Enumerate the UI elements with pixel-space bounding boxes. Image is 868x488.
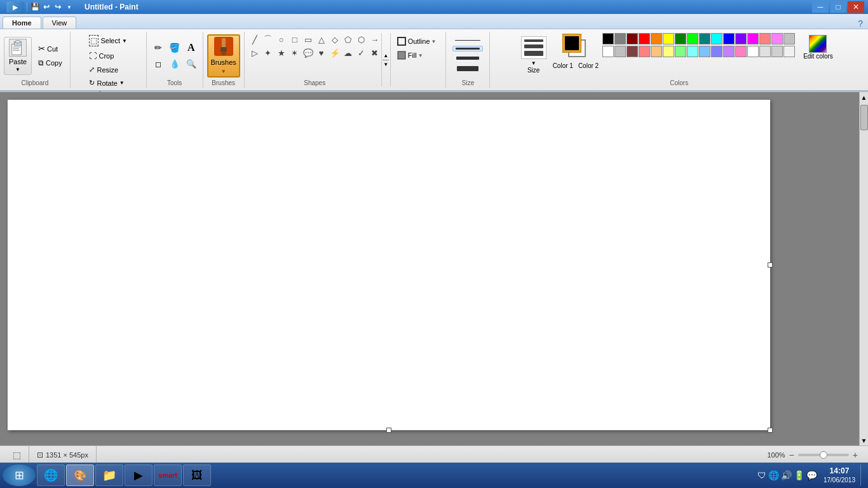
- palette-swatch[interactable]: [771, 33, 783, 44]
- check-shape[interactable]: ✓: [355, 46, 368, 59]
- palette-swatch[interactable]: [651, 46, 662, 57]
- heart-shape[interactable]: ♥: [315, 46, 328, 59]
- size-option-2[interactable]: [452, 46, 483, 51]
- clock[interactable]: 14:07 17/06/2013: [824, 466, 855, 485]
- rotate-button[interactable]: ↻ Rotate ▼: [85, 77, 131, 89]
- outline-button[interactable]: Outline ▼: [393, 34, 440, 48]
- palette-swatch[interactable]: [675, 46, 686, 57]
- paint-canvas[interactable]: [8, 100, 770, 430]
- palette-swatch[interactable]: [687, 33, 698, 44]
- tab-home[interactable]: Home: [3, 17, 41, 29]
- taskbar-files[interactable]: 📁: [95, 464, 123, 486]
- palette-swatch[interactable]: [723, 46, 735, 57]
- redo-quick-button[interactable]: ↪: [53, 2, 63, 12]
- edit-colors-button[interactable]: Edit colors: [799, 33, 837, 62]
- palette-swatch[interactable]: [711, 33, 722, 44]
- scroll-down-arrow[interactable]: ▼: [860, 435, 869, 445]
- start-button[interactable]: ⊞: [3, 464, 36, 486]
- callout-shape[interactable]: 💬: [302, 46, 315, 59]
- zoom-in-button[interactable]: +: [853, 450, 858, 460]
- color-picker-tool[interactable]: 💧: [167, 57, 182, 72]
- scroll-up-arrow[interactable]: ▲: [860, 92, 869, 102]
- minimize-button[interactable]: ─: [812, 1, 829, 13]
- show-desktop-button[interactable]: [860, 464, 865, 486]
- palette-swatch[interactable]: [651, 33, 662, 44]
- roundrect-shape[interactable]: ▭: [302, 33, 315, 46]
- palette-swatch[interactable]: [759, 46, 771, 57]
- palette-swatch[interactable]: [723, 33, 735, 44]
- cut-button[interactable]: ✂ Cut: [34, 42, 66, 55]
- paint-menu-button[interactable]: ▶: [6, 1, 24, 13]
- palette-swatch[interactable]: [711, 46, 722, 57]
- pentagon-shape[interactable]: ⬠: [342, 33, 355, 46]
- canvas-handle-bottom[interactable]: [386, 428, 391, 433]
- arrow-shape[interactable]: →: [369, 33, 381, 46]
- color1-box[interactable]: [563, 34, 581, 52]
- undo-quick-button[interactable]: ↩: [41, 2, 51, 12]
- palette-swatch[interactable]: [639, 33, 650, 44]
- qa-dropdown-button[interactable]: ▼: [64, 2, 74, 12]
- palette-swatch[interactable]: [675, 33, 686, 44]
- star6-shape[interactable]: ✶: [288, 46, 301, 59]
- canvas-handle-corner[interactable]: [768, 428, 773, 433]
- help-icon[interactable]: ?: [858, 18, 863, 29]
- crop-button[interactable]: ⛶ Crop: [85, 50, 131, 62]
- fill-button[interactable]: Fill ▼: [393, 48, 440, 62]
- oval-shape[interactable]: ○: [275, 33, 288, 46]
- cross-shape[interactable]: ✖: [369, 46, 381, 59]
- brushes-button[interactable]: Brushes ▼: [207, 34, 240, 78]
- palette-swatch[interactable]: [771, 46, 783, 57]
- fill-tool[interactable]: 🪣: [167, 40, 182, 55]
- zoom-thumb[interactable]: [820, 451, 827, 459]
- palette-swatch[interactable]: [783, 33, 795, 44]
- taskbar-paint2[interactable]: 🖼: [183, 464, 211, 486]
- vertical-scrollbar[interactable]: ▲ ▼: [859, 92, 868, 445]
- right-arrow-shape[interactable]: ▷: [248, 46, 261, 59]
- palette-swatch[interactable]: [614, 33, 626, 44]
- text-tool[interactable]: A: [184, 40, 199, 55]
- copy-button[interactable]: ⧉ Copy: [34, 57, 66, 69]
- palette-swatch[interactable]: [747, 33, 759, 44]
- zoom-out-button[interactable]: −: [789, 450, 794, 460]
- palette-swatch[interactable]: [663, 33, 674, 44]
- star5-shape[interactable]: ★: [275, 46, 288, 59]
- scroll-thumb[interactable]: [860, 105, 868, 130]
- maximize-button[interactable]: □: [830, 1, 846, 13]
- save-quick-button[interactable]: 💾: [30, 2, 40, 12]
- cloud-shape[interactable]: ☁: [342, 46, 355, 59]
- eraser-tool[interactable]: ◻: [151, 57, 166, 72]
- palette-swatch[interactable]: [759, 33, 771, 44]
- diamond-shape[interactable]: ◇: [329, 33, 341, 46]
- star4-shape[interactable]: ✦: [262, 46, 275, 59]
- zoom-slider[interactable]: [798, 454, 849, 456]
- tab-view[interactable]: View: [43, 17, 77, 29]
- palette-swatch[interactable]: [735, 46, 747, 57]
- palette-swatch[interactable]: [639, 46, 650, 57]
- palette-swatch[interactable]: [783, 46, 795, 57]
- taskbar-smart[interactable]: smart: [154, 464, 182, 486]
- magnifier-tool[interactable]: 🔍: [184, 57, 199, 72]
- lightning-shape[interactable]: ⚡: [329, 46, 341, 59]
- palette-swatch[interactable]: [699, 33, 710, 44]
- close-button[interactable]: ✕: [848, 1, 864, 13]
- palette-swatch[interactable]: [747, 46, 759, 57]
- palette-swatch[interactable]: [735, 33, 747, 44]
- paste-button[interactable]: Paste ▼: [4, 37, 32, 75]
- palette-swatch[interactable]: [627, 33, 638, 44]
- palette-swatch[interactable]: [699, 46, 710, 57]
- resize-button[interactable]: ⤢ Resize: [85, 64, 131, 76]
- palette-swatch[interactable]: [627, 46, 638, 57]
- taskbar-media[interactable]: ▶: [125, 464, 153, 486]
- palette-swatch[interactable]: [687, 46, 698, 57]
- pencil-tool[interactable]: ✏: [151, 40, 166, 55]
- palette-swatch[interactable]: [663, 46, 674, 57]
- size-option-1[interactable]: [452, 39, 483, 42]
- canvas-handle-right[interactable]: [768, 262, 773, 268]
- triangle-shape[interactable]: △: [315, 33, 328, 46]
- select-button[interactable]: ⬚ Select ▼: [85, 33, 131, 48]
- taskbar-ie[interactable]: 🌐: [37, 464, 65, 486]
- rect-shape[interactable]: □: [288, 33, 301, 46]
- canvas-area[interactable]: ▲ ▼: [0, 92, 868, 445]
- taskbar-paint[interactable]: 🎨: [66, 464, 94, 486]
- size-option-3[interactable]: [454, 55, 482, 61]
